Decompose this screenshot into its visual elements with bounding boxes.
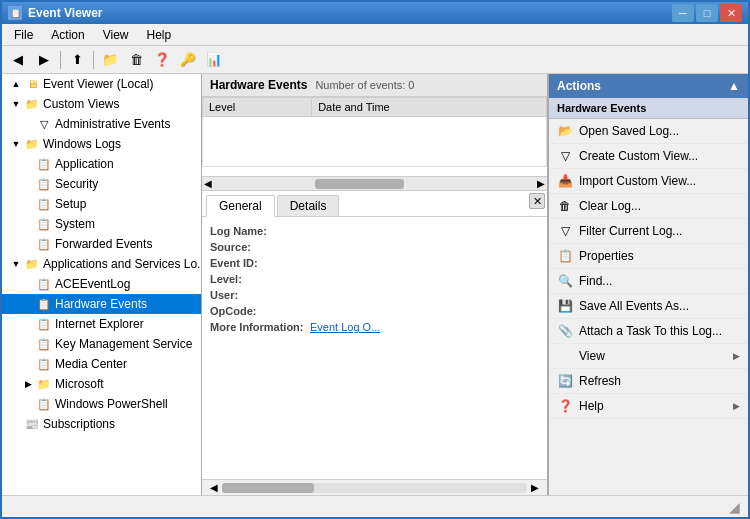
tree-forwarded-events[interactable]: 📋 Forwarded Events <box>2 234 201 254</box>
event-table-scroll[interactable]: Level Date and Time <box>202 97 547 177</box>
setup-icon: 📋 <box>36 196 52 212</box>
maximize-button[interactable]: □ <box>696 4 718 22</box>
toolbar-up[interactable]: ⬆ <box>65 49 89 71</box>
toolbar-extra1[interactable]: 🔑 <box>176 49 200 71</box>
event-count: Number of events: 0 <box>315 79 414 91</box>
tab-general[interactable]: General <box>206 195 275 217</box>
action-filter-current-log[interactable]: ▽ Filter Current Log... <box>549 219 748 244</box>
system-icon: 📋 <box>36 216 52 232</box>
menu-file[interactable]: File <box>6 26 41 44</box>
detail-close-btn[interactable]: ✕ <box>529 193 545 209</box>
scroll-right[interactable]: ▶ <box>535 178 547 189</box>
tree-ace-event-log[interactable]: 📋 ACEEventLog <box>2 274 201 294</box>
toolbar-help[interactable]: ❓ <box>150 49 174 71</box>
minimize-button[interactable]: ─ <box>672 4 694 22</box>
field-source: Source: <box>210 241 539 253</box>
action-refresh[interactable]: 🔄 Refresh <box>549 369 748 394</box>
menu-help[interactable]: Help <box>139 26 180 44</box>
custom-views-icon: 📁 <box>24 96 40 112</box>
powershell-label: Windows PowerShell <box>55 397 168 411</box>
toolbar-back[interactable]: ◀ <box>6 49 30 71</box>
source-label: Source: <box>210 241 310 253</box>
action-view[interactable]: View ▶ <box>549 344 748 369</box>
setup-toggle <box>22 198 34 210</box>
action-find[interactable]: 🔍 Find... <box>549 269 748 294</box>
tree-admin-events[interactable]: ▽ Administrative Events <box>2 114 201 134</box>
admin-toggle <box>22 118 34 130</box>
action-properties[interactable]: 📋 Properties <box>549 244 748 269</box>
toolbar-forward[interactable]: ▶ <box>32 49 56 71</box>
action-save-all-events[interactable]: 💾 Save All Events As... <box>549 294 748 319</box>
tree-application[interactable]: 📋 Application <box>2 154 201 174</box>
action-create-custom-view[interactable]: ▽ Create Custom View... <box>549 144 748 169</box>
admin-icon: ▽ <box>36 116 52 132</box>
tree-powershell[interactable]: 📋 Windows PowerShell <box>2 394 201 414</box>
log-name-label: Log Name: <box>210 225 310 237</box>
action-import-custom-view[interactable]: 📥 Import Custom View... <box>549 169 748 194</box>
app-services-label: Applications and Services Lo... <box>43 257 202 271</box>
actions-collapse[interactable]: ▲ <box>728 79 740 93</box>
toolbar: ◀ ▶ ⬆ 📁 🗑 ❓ 🔑 📊 <box>2 46 748 74</box>
tree-microsoft[interactable]: ▶ 📁 Microsoft <box>2 374 201 394</box>
help-icon: ❓ <box>557 398 573 414</box>
key-icon: 📋 <box>36 336 52 352</box>
help-arrow: ▶ <box>733 401 740 411</box>
tree-system[interactable]: 📋 System <box>2 214 201 234</box>
tree-app-services[interactable]: ▼ 📁 Applications and Services Lo... <box>2 254 201 274</box>
col-date[interactable]: Date and Time <box>312 98 547 117</box>
hardware-events-label: Hardware Events <box>55 297 147 311</box>
toolbar-extra2[interactable]: 📊 <box>202 49 226 71</box>
microsoft-label: Microsoft <box>55 377 104 391</box>
tree-root[interactable]: ▲ 🖥 Event Viewer (Local) <box>2 74 201 94</box>
tree-security[interactable]: 📋 Security <box>2 174 201 194</box>
toolbar-show-hide[interactable]: 📁 <box>98 49 122 71</box>
status-bar: ◢ <box>2 495 748 517</box>
tree-hardware-events[interactable]: 📋 Hardware Events <box>2 294 201 314</box>
detail-scroll-thumb <box>222 483 314 493</box>
refresh-label: Refresh <box>579 374 621 388</box>
detail-scroll-left[interactable]: ◀ <box>210 482 218 493</box>
tree-ie[interactable]: 📋 Internet Explorer <box>2 314 201 334</box>
middle-header: Hardware Events Number of events: 0 <box>202 74 547 97</box>
view-arrow: ▶ <box>733 351 740 361</box>
close-button[interactable]: ✕ <box>720 4 742 22</box>
tree-media-center[interactable]: 📋 Media Center <box>2 354 201 374</box>
tree-custom-views[interactable]: ▼ 📁 Custom Views <box>2 94 201 114</box>
scroll-left[interactable]: ◀ <box>202 178 214 189</box>
find-icon: 🔍 <box>557 273 573 289</box>
action-attach-task[interactable]: 📎 Attach a Task To this Log... <box>549 319 748 344</box>
event-id-label: Event ID: <box>210 257 310 269</box>
field-event-id: Event ID: <box>210 257 539 269</box>
resize-handle[interactable]: ◢ <box>729 499 740 515</box>
toolbar-sep-1 <box>60 51 61 69</box>
col-level[interactable]: Level <box>203 98 312 117</box>
root-toggle: ▲ <box>10 78 22 90</box>
detail-scroll-right[interactable]: ▶ <box>531 482 539 493</box>
actions-section-title: Hardware Events <box>549 98 748 119</box>
windows-logs-label: Windows Logs <box>43 137 121 151</box>
key-mgmt-label: Key Management Service <box>55 337 192 351</box>
menu-view[interactable]: View <box>95 26 137 44</box>
sub-toggle <box>10 418 22 430</box>
action-clear-log[interactable]: 🗑 Clear Log... <box>549 194 748 219</box>
app-toggle <box>22 158 34 170</box>
save-all-label: Save All Events As... <box>579 299 689 313</box>
detail-tabs: General Details <box>202 191 547 217</box>
action-open-saved-log[interactable]: 📂 Open Saved Log... <box>549 119 748 144</box>
tab-details[interactable]: Details <box>277 195 340 216</box>
menu-action[interactable]: Action <box>43 26 92 44</box>
tree-subscriptions[interactable]: 📰 Subscriptions <box>2 414 201 434</box>
security-toggle <box>22 178 34 190</box>
tree-key-mgmt[interactable]: 📋 Key Management Service <box>2 334 201 354</box>
forwarded-events-label: Forwarded Events <box>55 237 152 251</box>
application-label: Application <box>55 157 114 171</box>
tree-windows-logs[interactable]: ▼ 📁 Windows Logs <box>2 134 201 154</box>
middle-scrollbar[interactable]: ◀ ▶ <box>202 177 547 191</box>
tree-setup[interactable]: 📋 Setup <box>2 194 201 214</box>
scrollbar-track <box>226 179 523 189</box>
toolbar-properties2[interactable]: 🗑 <box>124 49 148 71</box>
detail-scroll[interactable]: ◀ ▶ <box>202 479 547 495</box>
ps-icon: 📋 <box>36 396 52 412</box>
action-help[interactable]: ❓ Help ▶ <box>549 394 748 419</box>
more-info-link[interactable]: Event Log O... <box>310 321 380 333</box>
